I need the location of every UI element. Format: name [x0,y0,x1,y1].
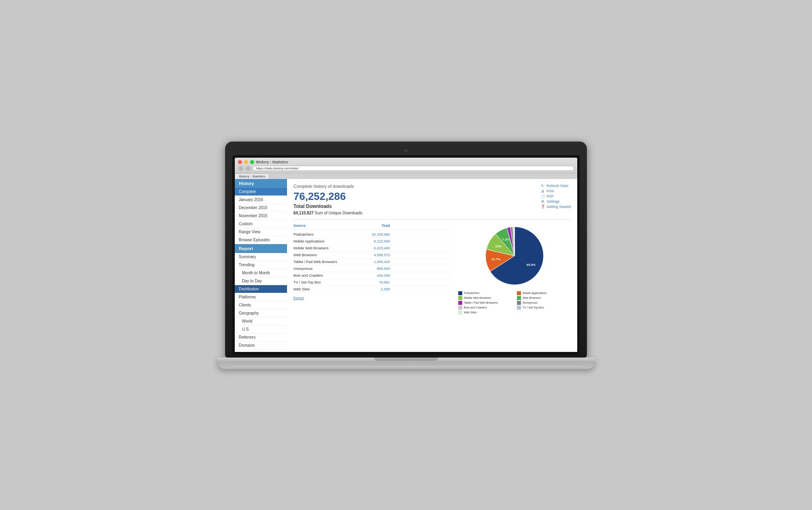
sidebar-item-monthtomonth[interactable]: Month to Month [235,269,287,277]
tab-bar: Blubrry - Statistics [235,173,577,179]
minimize-button[interactable] [244,160,248,164]
settings-link[interactable]: ⚙ Settings [541,199,571,204]
help-icon: ❓ [541,205,545,209]
refresh-icon: ↻ [541,184,545,188]
export-link[interactable]: Export [293,296,304,300]
data-section: Source Total Podcatchers 42,328,966 Mobi… [293,224,571,315]
table-rows: Podcatchers 42,328,966 Mobile Applicatio… [293,231,452,293]
sidebar-item-platforms[interactable]: Platforms [235,293,287,301]
divider [293,219,571,220]
sidebar-item-referrers[interactable]: Referrers [235,333,287,341]
legend-label: Podcatchers [464,292,480,294]
cell-total: 42,328,966 [358,232,390,236]
url-bar[interactable]: https://stats.blubrry.com/stats/ [252,166,574,171]
legend-label: TV / Set-Top Box [523,306,544,309]
unique-downloads: 64,110,827 Sum of Unique Downloads [293,211,571,215]
table-row: Tablet / Pad Web Browsers 1,358,426 [293,259,452,265]
sidebar-item-custom[interactable]: Custom [235,220,287,228]
active-tab[interactable]: Blubrry - Statistics [235,173,269,179]
cell-total: 78,981 [358,280,390,284]
sidebar-item-november2015[interactable]: November 2015 [235,212,287,220]
legend-label: Mobile Web Browsers [464,296,491,299]
sidebar-item-distribution[interactable]: Distribution [235,285,287,293]
page-title: Complete history of downloads [293,184,571,189]
table-row: Bots and Crawlers 443,298 [293,272,452,279]
pdf-icon: 📄 [541,194,545,198]
print-link[interactable]: 🖨 Print [541,189,571,193]
sidebar-item-domains[interactable]: Domains [235,341,287,350]
legend-color-swatch [458,291,462,295]
col-total-header: Total [358,224,390,228]
legend-color-swatch [517,296,521,300]
pie-section: 65.9%12.7%10%7.1% Podcatchers Mobile App… [458,224,571,315]
cell-total: 6,423,490 [358,246,390,250]
cell-source: Bots and Crawlers [293,274,358,278]
forward-button[interactable]: › [245,166,251,171]
laptop-hinge [374,358,438,361]
laptop-base-line [229,366,583,366]
cell-source: Anonymous [293,267,358,271]
sidebar-item-world[interactable]: World [235,317,287,325]
refresh-stats-link[interactable]: ↻ Refresh Stats [541,184,571,188]
laptop-device: Blubrry - Statistics ‹ › https://stats.b… [225,142,587,369]
browser-title: Blubrry - Statistics [256,160,288,164]
legend-item: Web Browsers [517,296,571,300]
table-row: Anonymous 859,605 [293,265,452,272]
legend: Podcatchers Mobile Applications Mobile W… [458,291,571,315]
sidebar-item-complete[interactable]: Complete [235,188,287,196]
cell-total: 859,605 [358,267,390,271]
legend-label: Mobile Applications [523,292,547,294]
legend-item: TV / Set-Top Box [517,306,571,310]
browser-window: Blubrry - Statistics ‹ › https://stats.b… [235,158,577,352]
sidebar-item-rangeview[interactable]: Range View [235,228,287,236]
legend-item: Web Sites [458,311,512,315]
sidebar-item-december2015[interactable]: December 2015 [235,204,287,212]
sidebar-item-trending[interactable]: Trending [235,261,287,269]
sidebar-item-us[interactable]: U.S. [235,325,287,333]
sidebar-item-january2016[interactable]: January 2016 [235,196,287,204]
top-actions: ↻ Refresh Stats 🖨 Print 📄 PDF [541,184,571,209]
legend-color-swatch [458,296,462,300]
table-row: Podcatchers 42,328,966 [293,231,452,238]
getting-started-link[interactable]: ❓ Getting Started [541,205,571,209]
sidebar-item-browseepisodes[interactable]: Browse Episodes [235,236,287,244]
cell-source: Tablet / Pad Web Browsers [293,260,358,264]
sidebar-item-daytoday[interactable]: Day to Day [235,277,287,285]
sidebar-item-summary[interactable]: Summary [235,253,287,261]
sidebar-item-clients[interactable]: Clients [235,301,287,309]
browser-content: History Complete January 2016 December 2… [235,179,577,352]
address-bar-row: ‹ › https://stats.blubrry.com/stats/ [238,166,574,171]
close-button[interactable] [238,160,242,164]
maximize-button[interactable] [250,160,254,164]
pdf-link[interactable]: 📄 PDF [541,194,571,198]
legend-color-swatch [517,291,521,295]
screen-bezel: Blubrry - Statistics ‹ › https://stats.b… [232,155,580,354]
report-header: Report [235,244,287,253]
table-row: Mobile Web Browsers 6,423,490 [293,245,452,252]
legend-item: Anonymous [517,301,571,305]
table-row: Web Sites 2,599 [293,286,452,293]
cell-source: TV / Set-Top Box [293,280,358,284]
browser-chrome: Blubrry - Statistics ‹ › https://stats.b… [235,158,577,173]
cell-source: Web Sites [293,287,358,291]
legend-color-swatch [517,306,521,310]
legend-color-swatch [458,301,462,305]
legend-color-swatch [458,311,462,315]
total-downloads-label: Total Downloads [293,204,571,209]
sidebar: History Complete January 2016 December 2… [235,179,287,352]
cell-total: 443,298 [358,274,390,278]
total-downloads-number: 76,252,286 [293,190,571,203]
legend-item: Tablet / Pad Web Browsers [458,301,512,305]
camera [404,149,408,152]
back-button[interactable]: ‹ [238,166,244,171]
settings-icon: ⚙ [541,199,545,204]
legend-item: Mobile Web Browsers [458,296,512,300]
pie-label: 10% [495,244,502,248]
laptop-lid: Blubrry - Statistics ‹ › https://stats.b… [225,142,587,358]
sidebar-item-geography[interactable]: Geography [235,309,287,317]
pie-label: 65.9% [527,263,536,267]
cell-total: 4,589,573 [358,253,390,257]
table-row: TV / Set-Top Box 78,981 [293,279,452,286]
data-table: Source Total Podcatchers 42,328,966 Mobi… [293,224,452,315]
cell-source: Web Browsers [293,253,358,257]
